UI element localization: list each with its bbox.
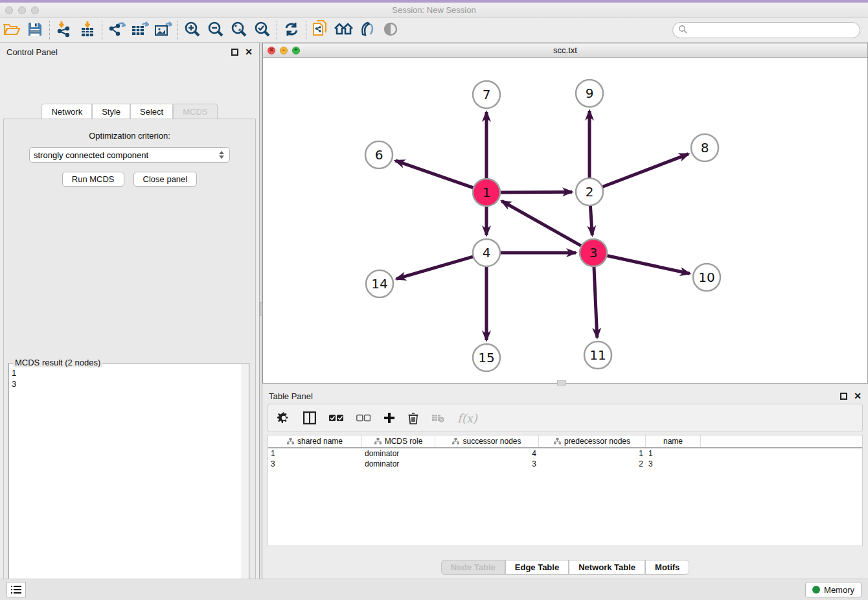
search-field[interactable] [672,22,860,38]
graph-node-4[interactable]: 4 [473,239,500,266]
network-window-titlebar[interactable]: ✕ − + scc.txt [263,43,867,58]
delete-column-icon[interactable] [408,412,418,424]
mcds-result-box: MCDS result (2 nodes) 1 3 [8,363,249,600]
graph-node-2[interactable]: 2 [576,178,603,205]
import-network-button[interactable] [52,20,76,41]
graph-edge-4-14[interactable] [396,256,475,279]
graph-edge-1-6[interactable] [395,161,475,189]
column-header-name[interactable]: name [646,435,701,447]
zoom-selected-button[interactable] [251,20,274,41]
float-panel-icon[interactable] [231,49,238,56]
tab-motifs[interactable]: Motifs [645,560,689,575]
app-titlebar: Session: New Session [0,3,868,18]
svg-text:8: 8 [701,140,709,156]
graph-node-7[interactable]: 7 [473,81,500,108]
table-panel-header: Table Panel ✕ [262,387,868,405]
network-graph-canvas[interactable]: 1234678910111415 [263,58,867,383]
show-all-networks-button[interactable] [332,20,356,41]
open-session-button[interactable] [0,20,23,41]
column-header-mcds-role[interactable]: MCDS role [362,435,435,447]
graph-node-15[interactable]: 15 [473,344,500,371]
graph-edge-3-1[interactable] [502,201,583,246]
search-input[interactable] [687,26,860,35]
tab-mcds[interactable]: MCDS [173,104,217,119]
toolbar-separator [102,21,102,40]
svg-text:1: 1 [483,185,491,200]
graph-edge-3-11[interactable] [594,265,597,338]
graph-node-6[interactable]: 6 [365,141,393,168]
refresh-layout-button[interactable] [280,20,303,41]
column-header-predecessor-nodes[interactable]: predecessor nodes [539,435,646,447]
control-panel-tabs: Network Style Select MCDS [0,104,259,119]
close-panel-icon[interactable]: ✕ [245,47,253,57]
tab-style[interactable]: Style [92,104,130,119]
duplicate-network-button[interactable] [309,20,332,41]
tree-icon [374,438,382,444]
tab-node-table[interactable]: Node Table [441,560,505,575]
close-panel-button[interactable]: Close panel [133,172,198,187]
select-stepper-icon [219,151,224,159]
table-row[interactable]: 3 dominator 3 2 3 [268,459,862,469]
splitter-handle[interactable] [557,380,566,386]
zoom-selected-icon [254,21,271,40]
graph-node-9[interactable]: 9 [576,80,603,107]
memory-button[interactable]: Memory [805,582,862,597]
tree-icon [452,438,459,444]
result-scrollbar[interactable] [242,364,249,600]
graph-node-8[interactable]: 8 [691,134,718,161]
table-row[interactable]: 1 dominator 4 1 1 [268,448,862,459]
add-column-icon[interactable] [383,412,395,424]
status-bar: Memory [0,579,868,600]
svg-text:15: 15 [478,350,494,365]
apply-style-button[interactable] [356,20,379,41]
column-header-successor-nodes[interactable]: successor nodes [435,435,539,447]
tab-network-table[interactable]: Network Table [569,560,645,575]
select-all-checkboxes-icon[interactable] [329,414,343,422]
export-table-button[interactable] [128,20,152,41]
graph-node-11[interactable]: 11 [584,341,611,369]
svg-text:11: 11 [589,347,606,363]
graph-node-14[interactable]: 14 [366,270,393,297]
column-header-shared-name[interactable]: shared name [268,435,362,447]
tree-icon [554,438,561,444]
export-image-icon [154,21,172,40]
network-window-title: scc.txt [263,45,867,55]
node-table[interactable]: shared name MCDS role successor nodes pr… [268,435,863,546]
svg-text:7: 7 [483,87,491,102]
import-table-button[interactable] [76,20,99,41]
zoom-fit-button[interactable] [227,20,251,41]
float-panel-icon[interactable] [840,393,847,400]
memory-status-icon [812,586,820,594]
optimization-select[interactable]: strongly connected component [29,147,230,163]
save-session-button[interactable] [23,20,47,41]
task-history-button[interactable] [6,582,26,597]
column-layout-icon[interactable] [303,411,316,424]
close-panel-icon[interactable]: ✕ [854,391,862,401]
table-panel-tabs: Node Table Edge Table Network Table Moti… [262,560,868,575]
zoom-in-icon [184,21,201,40]
run-mcds-button[interactable]: Run MCDS [62,172,124,187]
zoom-out-button[interactable] [204,20,227,41]
graph-node-1[interactable]: 1 [473,179,500,206]
graph-node-10[interactable]: 10 [693,264,720,291]
save-floppy-icon [28,22,42,39]
graph-edge-2-8[interactable] [601,154,689,188]
tab-network[interactable]: Network [41,104,92,119]
settings-gear-icon[interactable] [277,411,290,424]
open-folder-icon [3,22,20,39]
export-network-button[interactable] [105,20,128,41]
export-image-button[interactable] [152,20,175,41]
graph-edge-2-3[interactable] [590,204,592,235]
svg-text:2: 2 [586,184,594,200]
graph-edge-1-2[interactable] [499,192,572,192]
graph-edge-3-10[interactable] [606,255,690,273]
tab-edge-table[interactable]: Edge Table [505,560,569,575]
network-view-window: ✕ − + scc.txt 1234678910111415 [262,43,868,384]
svg-text:14: 14 [371,276,387,292]
zoom-in-button[interactable] [181,20,204,41]
show-hide-button[interactable] [379,20,402,41]
mcds-tab-content: Optimization criterion: strongly connect… [3,119,256,600]
deselect-all-checkboxes-icon[interactable] [356,414,371,422]
tab-select[interactable]: Select [130,104,173,119]
graph-node-3[interactable]: 3 [580,239,607,266]
